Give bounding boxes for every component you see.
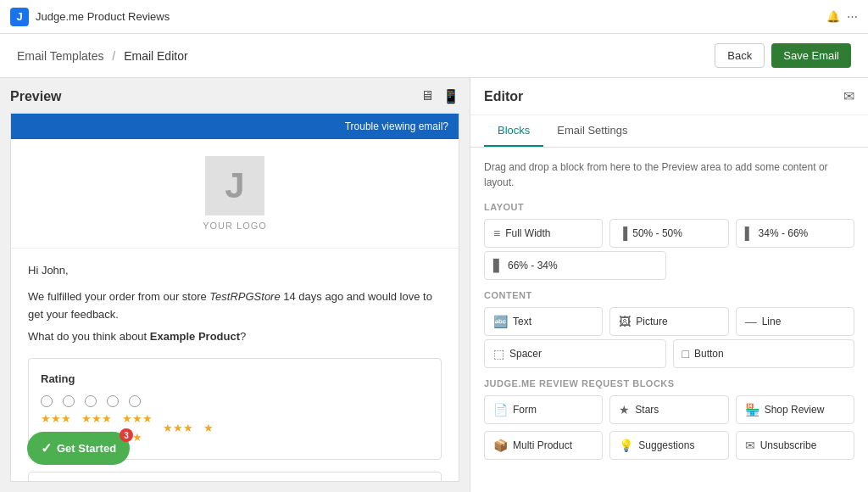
layout-blocks-row1: ≡ Full Width ▐ 50% - 50% ▌ 34% - 66% — [484, 219, 854, 248]
breadcrumb-separator: / — [112, 49, 115, 63]
block-label-full-width: Full Width — [505, 227, 550, 239]
full-width-icon: ≡ — [493, 226, 500, 240]
button-icon: □ — [682, 347, 689, 361]
block-picture[interactable]: 🖼 Picture — [609, 307, 728, 336]
content-blocks-row1: 🔤 Text 🖼 Picture — Line — [484, 307, 854, 336]
header-actions: Back Save Email — [715, 43, 851, 68]
multi-product-icon: 📦 — [493, 439, 508, 452]
back-button[interactable]: Back — [715, 43, 765, 68]
block-button[interactable]: □ Button — [673, 339, 855, 368]
block-multi-product[interactable]: 📦 Multi Product — [484, 431, 603, 460]
block-34-66[interactable]: ▌ 34% - 66% — [736, 219, 854, 248]
line-icon: — — [745, 315, 757, 328]
block-label-form: Form — [513, 404, 537, 416]
block-50-50[interactable]: ▐ 50% - 50% — [609, 219, 728, 248]
editor-tabs: Blocks Email Settings — [470, 115, 868, 148]
50-50-icon: ▐ — [619, 226, 627, 240]
block-suggestions[interactable]: 💡 Suggestions — [609, 431, 728, 460]
save-email-button[interactable]: Save Email — [771, 43, 851, 68]
body-line2: We fulfilled your order from our store T… — [28, 288, 442, 324]
get-started-button[interactable]: ✓ Get Started 3 — [27, 432, 130, 465]
logo-text: YOUR LOGO — [203, 221, 267, 231]
radio-2[interactable] — [63, 395, 75, 407]
radio-5[interactable] — [129, 395, 141, 407]
radio-4[interactable] — [107, 395, 119, 407]
desktop-view-icon[interactable]: 🖥 — [420, 88, 434, 104]
section-label-content: Content — [484, 290, 854, 300]
greeting-line: Hi John, — [28, 262, 442, 280]
radio-3[interactable] — [85, 395, 97, 407]
block-label-unsubscribe: Unsubscribe — [760, 439, 817, 451]
block-label-picture: Picture — [636, 316, 667, 327]
block-line[interactable]: — Line — [736, 307, 854, 336]
get-started-label: Get Started — [57, 442, 116, 455]
stars-icon: ★ — [619, 403, 630, 417]
logo-placeholder: J — [205, 156, 264, 215]
breadcrumb-current: Email Editor — [124, 49, 187, 63]
email-icon: ✉ — [843, 88, 854, 104]
preview-header: Preview 🖥 📱 — [10, 88, 459, 104]
review-blocks-row2: 📦 Multi Product 💡 Suggestions ✉ Unsubscr… — [484, 431, 854, 460]
shop-review-icon: 🏪 — [745, 403, 760, 417]
view-toggle: 🖥 📱 — [420, 88, 459, 104]
block-stars[interactable]: ★ Stars — [609, 395, 728, 424]
bell-icon[interactable]: 🔔 — [826, 10, 840, 23]
more-icon[interactable]: ⋯ — [847, 10, 858, 23]
breadcrumb: Email Templates / Email Editor — [17, 49, 188, 63]
unsubscribe-icon: ✉ — [745, 439, 755, 452]
star-group-5: ★ — [203, 420, 214, 438]
block-label-line: Line — [762, 316, 782, 327]
breadcrumb-parent[interactable]: Email Templates — [17, 49, 103, 63]
email-preview: Trouble viewing email? J YOUR LOGO Hi Jo… — [10, 113, 459, 482]
picture-icon: 🖼 — [619, 315, 631, 328]
tab-email-settings[interactable]: Email Settings — [543, 115, 641, 147]
get-started-icon: ✓ — [41, 440, 52, 456]
block-label-suggestions: Suggestions — [638, 439, 694, 451]
topbar: J Judge.me Product Reviews 🔔 ⋯ — [0, 0, 868, 34]
block-label-text: Text — [513, 316, 531, 327]
preview-panel: Preview 🖥 📱 Trouble viewing email? J YOU… — [0, 78, 470, 492]
review-blocks-row1: 📄 Form ★ Stars 🏪 Shop Review — [484, 395, 854, 424]
email-logo-area: J YOUR LOGO — [11, 139, 459, 249]
block-unsubscribe[interactable]: ✉ Unsubscribe — [736, 431, 854, 460]
block-label-34-66: 34% - 66% — [759, 227, 809, 239]
editor-header: Editor ✉ — [470, 78, 868, 115]
editor-description: Drag and drop a block from here to the P… — [484, 159, 854, 190]
get-started-badge: 3 — [120, 428, 133, 442]
block-66-34[interactable]: ▋ 66% - 34% — [484, 251, 666, 280]
topbar-icons: 🔔 ⋯ — [826, 10, 858, 23]
block-label-66-34: 66% - 34% — [508, 260, 558, 271]
section-label-review-blocks: Judge.me Review Request Blocks — [484, 378, 854, 389]
34-66-icon: ▌ — [745, 226, 754, 240]
block-full-width[interactable]: ≡ Full Width — [484, 219, 603, 248]
editor-title: Editor — [484, 89, 523, 104]
get-started-container: ✓ Get Started 3 — [14, 445, 116, 478]
section-label-layout: Layout — [484, 202, 854, 212]
radio-1[interactable] — [41, 395, 53, 407]
block-label-button: Button — [694, 348, 724, 360]
preview-title: Preview — [10, 89, 61, 104]
text-icon: 🔤 — [493, 315, 508, 328]
email-trouble-bar: Trouble viewing email? — [11, 114, 459, 139]
tab-blocks[interactable]: Blocks — [484, 115, 543, 147]
block-form[interactable]: 📄 Form — [484, 395, 603, 424]
page-header: Email Templates / Email Editor Back Save… — [0, 34, 868, 78]
block-text[interactable]: 🔤 Text — [484, 307, 603, 336]
block-label-shop-review: Shop Review — [765, 404, 825, 416]
block-label-spacer: Spacer — [509, 348, 542, 360]
layout-blocks-row2: ▋ 66% - 34% — [484, 251, 854, 280]
block-label-stars: Stars — [635, 404, 659, 416]
block-spacer[interactable]: ⬚ Spacer — [484, 339, 666, 368]
block-label-50-50: 50% - 50% — [632, 227, 682, 239]
star-group-4: ★★★ — [163, 420, 193, 438]
spacer-icon: ⬚ — [493, 347, 504, 361]
radio-row — [41, 395, 429, 407]
block-shop-review[interactable]: 🏪 Shop Review — [736, 395, 854, 424]
editor-content: Drag and drop a block from here to the P… — [470, 148, 868, 492]
rating-label: Rating — [41, 371, 429, 389]
editor-panel: Editor ✉ Blocks Email Settings Drag and … — [470, 78, 868, 492]
form-icon: 📄 — [493, 403, 508, 417]
suggestions-icon: 💡 — [619, 439, 633, 452]
mobile-view-icon[interactable]: 📱 — [442, 88, 459, 104]
block-label-multi-product: Multi Product — [513, 439, 572, 451]
